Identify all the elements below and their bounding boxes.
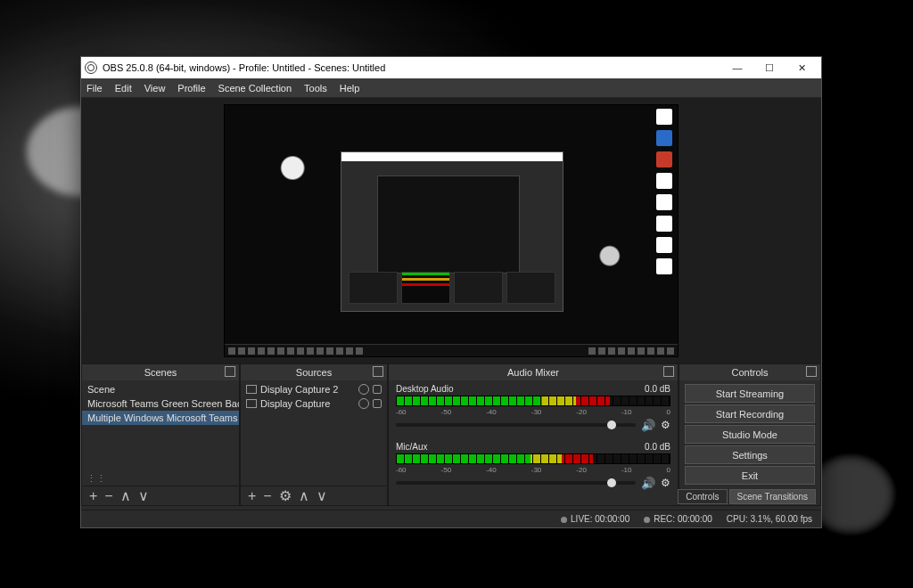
obs-logo-icon (85, 61, 97, 74)
menu-profile[interactable]: Profile (177, 83, 205, 94)
lock-toggle-icon[interactable] (373, 385, 382, 394)
menu-file[interactable]: File (86, 83, 103, 94)
preview-area[interactable] (81, 98, 821, 363)
exit-button[interactable]: Exit (685, 466, 815, 485)
menu-scene-collection[interactable]: Scene Collection (218, 83, 292, 94)
remove-scene-button[interactable]: − (104, 488, 112, 504)
drag-handle-icon[interactable]: ⋮⋮ (86, 473, 103, 485)
undock-icon[interactable] (806, 366, 817, 377)
source-item[interactable]: Display Capture (241, 396, 387, 411)
preview-canvas[interactable] (224, 104, 679, 357)
scenes-panel: Scenes Scene Microsoft Teams Green Scree… (81, 363, 240, 506)
sources-list[interactable]: Display Capture 2 Display Capture (241, 380, 387, 486)
minimize-button[interactable]: — (721, 57, 753, 78)
remove-source-button[interactable]: − (263, 488, 271, 504)
menu-view[interactable]: View (144, 83, 166, 94)
menu-tools[interactable]: Tools (304, 83, 327, 94)
window-title: OBS 25.0.8 (64-bit, windows) - Profile: … (103, 62, 721, 73)
track-settings-icon[interactable]: ⚙ (661, 419, 670, 431)
status-live: LIVE: 00:00:00 (561, 514, 629, 524)
move-source-down-button[interactable]: ∨ (317, 487, 327, 504)
obs-main-window: OBS 25.0.8 (64-bit, windows) - Profile: … (80, 56, 822, 528)
undock-icon[interactable] (663, 366, 674, 377)
speaker-icon[interactable]: 🔊 (641, 419, 655, 432)
status-rec: REC: 00:00:00 (644, 514, 712, 524)
visibility-toggle-icon[interactable] (358, 384, 369, 395)
scenes-header[interactable]: Scenes (82, 364, 239, 380)
meter-scale: -60-50-40-30-20-100 (396, 408, 670, 417)
menu-bar: File Edit View Profile Scene Collection … (81, 78, 821, 98)
display-capture-icon (246, 385, 257, 394)
controls-header[interactable]: Controls (679, 364, 820, 380)
volume-slider[interactable] (396, 423, 636, 427)
tab-scene-transitions[interactable]: Scene Transitions (729, 489, 817, 504)
mixer-body: Desktop Audio 0.0 dB -60-50-40-30-20-100… (389, 380, 678, 493)
scene-item-label: Multiple Windows Microsoft Teams (87, 412, 238, 423)
scene-item[interactable]: Multiple Windows Microsoft Teams (82, 411, 239, 425)
scenes-toolbar: + − ∧ ∨ (82, 486, 239, 505)
rec-indicator-icon (644, 517, 650, 523)
source-item-label: Display Capture 2 (260, 384, 338, 395)
move-scene-down-button[interactable]: ∨ (138, 487, 149, 504)
menu-edit[interactable]: Edit (115, 83, 132, 94)
audio-meter (396, 396, 670, 406)
source-properties-button[interactable]: ⚙ (279, 487, 292, 504)
settings-button[interactable]: Settings (685, 445, 815, 464)
move-scene-up-button[interactable]: ∧ (120, 487, 131, 504)
mixer-track-mic-aux: Mic/Aux 0.0 dB -60-50-40-30-20-100 🔊 ⚙ (396, 442, 670, 489)
studio-mode-button[interactable]: Studio Mode (685, 425, 815, 444)
controls-panel: Controls Start Streaming Start Recording… (679, 363, 821, 506)
audio-meter (396, 453, 670, 464)
status-bar: LIVE: 00:00:00 REC: 00:00:00 CPU: 3.1%, … (81, 510, 821, 527)
track-db: 0.0 dB (645, 442, 670, 452)
display-capture-icon (246, 399, 257, 408)
start-recording-button[interactable]: Start Recording (685, 404, 815, 423)
status-cpu: CPU: 3.1%, 60.00 fps (727, 514, 812, 524)
add-scene-button[interactable]: + (89, 488, 97, 504)
sources-header[interactable]: Sources (241, 364, 387, 380)
track-name: Mic/Aux (396, 442, 428, 452)
mixer-track-desktop-audio: Desktop Audio 0.0 dB -60-50-40-30-20-100… (396, 384, 670, 431)
scene-item-label: Scene (87, 384, 115, 395)
track-db: 0.0 dB (645, 384, 670, 394)
menu-help[interactable]: Help (340, 83, 360, 94)
start-streaming-button[interactable]: Start Streaming (685, 384, 815, 403)
scene-item-label: Microsoft Teams Green Screen Backgrou (87, 398, 239, 409)
mixer-header[interactable]: Audio Mixer (389, 364, 678, 380)
source-item-label: Display Capture (260, 398, 330, 409)
sources-toolbar: + − ⚙ ∧ ∨ (241, 486, 387, 505)
undock-icon[interactable] (373, 366, 383, 377)
maximize-button[interactable]: ☐ (753, 57, 786, 78)
controls-body: Start Streaming Start Recording Studio M… (679, 380, 820, 505)
dock-panels: Scenes Scene Microsoft Teams Green Scree… (81, 363, 821, 506)
sources-panel: Sources Display Capture 2 Display Captur… (240, 363, 388, 506)
window-titlebar[interactable]: OBS 25.0.8 (64-bit, windows) - Profile: … (81, 57, 821, 78)
sources-title: Sources (296, 367, 332, 378)
source-item[interactable]: Display Capture 2 (241, 382, 387, 396)
track-settings-icon[interactable]: ⚙ (661, 477, 670, 489)
speaker-icon[interactable]: 🔊 (641, 477, 655, 490)
visibility-toggle-icon[interactable] (358, 398, 369, 409)
scenes-title: Scenes (144, 367, 177, 378)
tab-controls[interactable]: Controls (678, 489, 727, 504)
preview-desktop-icons (656, 109, 672, 274)
controls-title: Controls (732, 367, 769, 378)
preview-taskbar (225, 344, 678, 356)
add-source-button[interactable]: + (248, 488, 256, 504)
lock-toggle-icon[interactable] (373, 399, 382, 408)
audio-mixer-panel: Audio Mixer Desktop Audio 0.0 dB -60-50-… (388, 363, 679, 506)
undock-icon[interactable] (225, 366, 235, 377)
preview-nested-window (341, 151, 563, 312)
dock-tabs: Controls Scene Transitions (678, 489, 816, 504)
scenes-list[interactable]: Scene Microsoft Teams Green Screen Backg… (82, 380, 239, 486)
close-button[interactable]: ✕ (786, 57, 818, 78)
mixer-title: Audio Mixer (507, 367, 559, 378)
scene-item[interactable]: Microsoft Teams Green Screen Backgrou (82, 396, 239, 411)
volume-slider[interactable] (396, 481, 636, 485)
move-source-up-button[interactable]: ∧ (299, 487, 309, 504)
live-indicator-icon (561, 517, 567, 523)
meter-scale: -60-50-40-30-20-100 (396, 466, 670, 475)
scene-item[interactable]: Scene (82, 382, 239, 396)
track-name: Desktop Audio (396, 384, 454, 394)
